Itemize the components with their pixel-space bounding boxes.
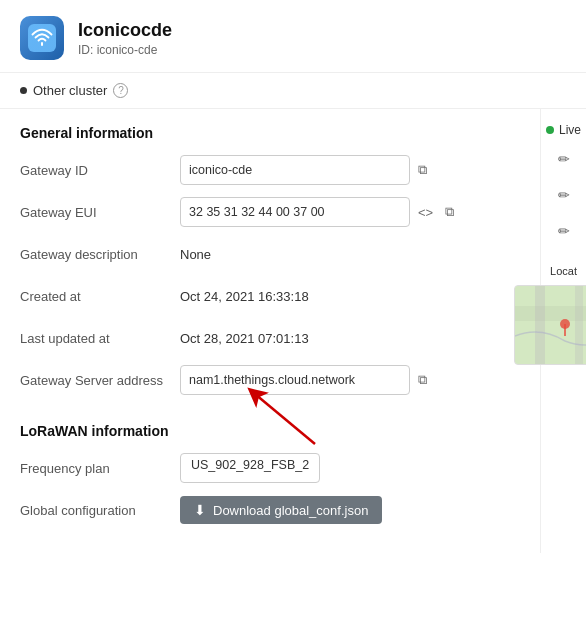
gateway-eui-value: 32 35 31 32 44 00 37 00 bbox=[189, 205, 401, 219]
frequency-plan-value: US_902_928_FSB_2 bbox=[180, 453, 320, 483]
general-info-title: General information bbox=[20, 125, 520, 141]
gateway-eui-field-group: 32 35 31 32 44 00 37 00 <> ⧉ bbox=[180, 197, 458, 227]
right-panel: Live ✏ ✏ ✏ Locat bbox=[540, 109, 586, 553]
main-content: General information Gateway ID iconico-c… bbox=[0, 109, 586, 553]
gateway-id-value: iconico-cde bbox=[189, 163, 401, 177]
gateway-id-label: Gateway ID bbox=[20, 163, 180, 178]
edit-button-2[interactable]: ✏ bbox=[550, 181, 578, 209]
cluster-bar: Other cluster ? bbox=[0, 73, 586, 109]
left-panel: General information Gateway ID iconico-c… bbox=[0, 109, 540, 553]
gateway-eui-label: Gateway EUI bbox=[20, 205, 180, 220]
id-value: iconico-cde bbox=[97, 43, 158, 57]
download-global-conf-button[interactable]: ⬇ Download global_conf.json bbox=[180, 496, 382, 524]
lorawan-section: LoRaWAN information Frequency plan US_90… bbox=[20, 423, 520, 525]
gateway-icon bbox=[20, 16, 64, 60]
header-text: Iconicocde ID: iconico-cde bbox=[78, 20, 172, 57]
map-container: Locat bbox=[514, 261, 587, 365]
gateway-server-row: Gateway Server address nam1.thethings.cl… bbox=[20, 365, 520, 395]
gateway-description-row: Gateway description None bbox=[20, 239, 520, 269]
download-icon: ⬇ bbox=[194, 502, 206, 518]
gateway-server-field-group: nam1.thethings.cloud.network ⧉ bbox=[180, 365, 431, 395]
svg-rect-4 bbox=[575, 286, 583, 365]
cluster-label: Other cluster bbox=[33, 83, 107, 98]
gateway-eui-row: Gateway EUI 32 35 31 32 44 00 37 00 <> ⧉ bbox=[20, 197, 520, 227]
gateway-id-copy-button[interactable]: ⧉ bbox=[414, 160, 431, 180]
last-updated-row: Last updated at Oct 28, 2021 07:01:13 bbox=[20, 323, 520, 353]
gateway-id-field-group: iconico-cde ⧉ bbox=[180, 155, 431, 185]
live-badge: Live bbox=[546, 123, 581, 137]
cluster-help-icon[interactable]: ? bbox=[113, 83, 128, 98]
last-updated-label: Last updated at bbox=[20, 331, 180, 346]
gateway-eui-hex-button[interactable]: <> bbox=[414, 203, 437, 222]
global-config-label: Global configuration bbox=[20, 503, 180, 518]
edit-button-3[interactable]: ✏ bbox=[550, 217, 578, 245]
page-header: Iconicocde ID: iconico-cde bbox=[0, 0, 586, 73]
live-dot bbox=[546, 126, 554, 134]
gateway-eui-copy-button[interactable]: ⧉ bbox=[441, 202, 458, 222]
gateway-server-label: Gateway Server address bbox=[20, 373, 180, 388]
general-info-section: General information Gateway ID iconico-c… bbox=[20, 125, 520, 395]
gateway-server-copy-button[interactable]: ⧉ bbox=[414, 370, 431, 390]
gateway-description-label: Gateway description bbox=[20, 247, 180, 262]
location-label: Locat bbox=[514, 265, 587, 277]
gateway-eui-input: 32 35 31 32 44 00 37 00 bbox=[180, 197, 410, 227]
gateway-id-row: Gateway ID iconico-cde ⧉ bbox=[20, 155, 520, 185]
id-label: ID: bbox=[78, 43, 93, 57]
download-btn-label: Download global_conf.json bbox=[213, 503, 368, 518]
global-config-row: Global configuration ⬇ Download global_c… bbox=[20, 495, 520, 525]
map-thumbnail bbox=[514, 285, 587, 365]
created-at-label: Created at bbox=[20, 289, 180, 304]
cluster-dot bbox=[20, 87, 27, 94]
edit-button-1[interactable]: ✏ bbox=[550, 145, 578, 173]
frequency-plan-row: Frequency plan US_902_928_FSB_2 bbox=[20, 453, 520, 483]
gateway-id-subtitle: ID: iconico-cde bbox=[78, 43, 172, 57]
gateway-description-value: None bbox=[180, 247, 211, 262]
gateway-server-value: nam1.thethings.cloud.network bbox=[189, 373, 401, 387]
created-at-value: Oct 24, 2021 16:33:18 bbox=[180, 289, 309, 304]
frequency-plan-label: Frequency plan bbox=[20, 461, 180, 476]
gateway-id-input: iconico-cde bbox=[180, 155, 410, 185]
svg-rect-3 bbox=[535, 286, 545, 365]
page-title: Iconicocde bbox=[78, 20, 172, 41]
created-at-row: Created at Oct 24, 2021 16:33:18 bbox=[20, 281, 520, 311]
last-updated-value: Oct 28, 2021 07:01:13 bbox=[180, 331, 309, 346]
lorawan-title: LoRaWAN information bbox=[20, 423, 520, 439]
live-label: Live bbox=[559, 123, 581, 137]
gateway-server-input: nam1.thethings.cloud.network bbox=[180, 365, 410, 395]
